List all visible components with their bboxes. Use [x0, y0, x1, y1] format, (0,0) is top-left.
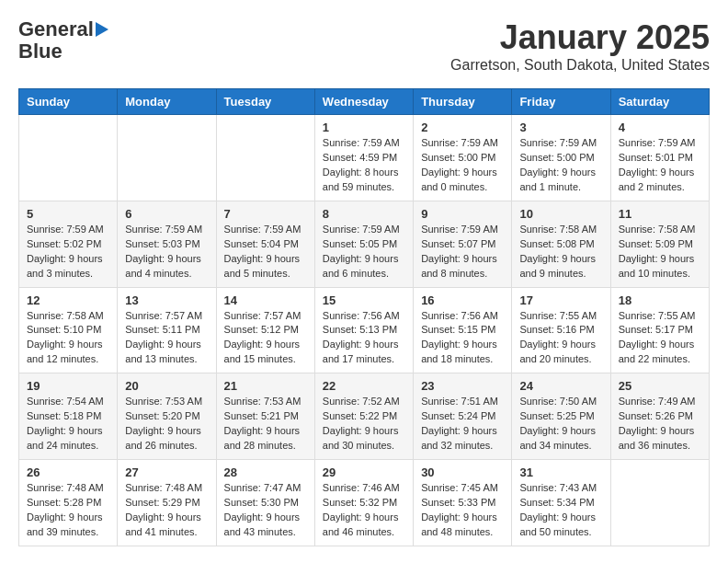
day-number: 8	[323, 207, 405, 221]
cell-content: Sunrise: 7:57 AMSunset: 5:12 PMDaylight:…	[224, 309, 307, 368]
logo-arrow-icon	[96, 22, 108, 37]
cell-content: Sunrise: 7:59 AMSunset: 5:01 PMDaylight:…	[619, 136, 701, 195]
week-row: 26Sunrise: 7:48 AMSunset: 5:28 PMDayligh…	[19, 460, 710, 546]
calendar-title: January 2025	[450, 18, 710, 57]
day-number: 6	[125, 207, 208, 221]
day-number: 15	[323, 293, 405, 307]
cell-content: Sunrise: 7:47 AMSunset: 5:30 PMDaylight:…	[224, 481, 307, 540]
week-row: 1Sunrise: 7:59 AMSunset: 4:59 PMDaylight…	[19, 115, 710, 201]
calendar-cell: 1Sunrise: 7:59 AMSunset: 4:59 PMDaylight…	[314, 115, 413, 201]
day-number: 27	[125, 465, 208, 479]
calendar-cell: 29Sunrise: 7:46 AMSunset: 5:32 PMDayligh…	[314, 460, 413, 546]
weekday-header: Friday	[512, 89, 610, 115]
calendar-cell: 8Sunrise: 7:59 AMSunset: 5:05 PMDaylight…	[314, 201, 413, 287]
calendar-cell: 19Sunrise: 7:54 AMSunset: 5:18 PMDayligh…	[19, 373, 118, 460]
day-number: 19	[27, 379, 109, 393]
calendar-cell: 18Sunrise: 7:55 AMSunset: 5:17 PMDayligh…	[610, 287, 709, 373]
calendar-cell: 20Sunrise: 7:53 AMSunset: 5:20 PMDayligh…	[118, 373, 216, 460]
logo: General Blue	[18, 18, 108, 63]
calendar-subtitle: Garretson, South Dakota, United States	[450, 57, 710, 74]
weekday-header: Sunday	[19, 89, 118, 115]
calendar-body: 1Sunrise: 7:59 AMSunset: 4:59 PMDaylight…	[19, 115, 710, 546]
day-number: 30	[421, 465, 504, 479]
calendar-header: SundayMondayTuesdayWednesdayThursdayFrid…	[19, 89, 710, 115]
day-number: 7	[224, 207, 307, 221]
day-number: 4	[619, 121, 701, 134]
day-number: 14	[224, 293, 307, 307]
cell-content: Sunrise: 7:48 AMSunset: 5:29 PMDaylight:…	[125, 481, 208, 540]
cell-content: Sunrise: 7:59 AMSunset: 5:03 PMDaylight:…	[125, 223, 208, 282]
calendar-table: SundayMondayTuesdayWednesdayThursdayFrid…	[18, 88, 710, 546]
title-block: January 2025 Garretson, South Dakota, Un…	[450, 18, 710, 74]
cell-content: Sunrise: 7:58 AMSunset: 5:10 PMDaylight:…	[27, 309, 109, 368]
cell-content: Sunrise: 7:55 AMSunset: 5:17 PMDaylight:…	[619, 309, 701, 368]
day-number: 13	[125, 293, 208, 307]
day-number: 22	[323, 379, 405, 393]
day-number: 2	[421, 121, 504, 134]
cell-content: Sunrise: 7:50 AMSunset: 5:25 PMDaylight:…	[519, 395, 602, 454]
day-number: 12	[27, 293, 109, 307]
weekday-header: Saturday	[610, 89, 709, 115]
day-number: 1	[323, 121, 405, 134]
cell-content: Sunrise: 7:59 AMSunset: 5:00 PMDaylight:…	[421, 136, 504, 195]
cell-content: Sunrise: 7:59 AMSunset: 4:59 PMDaylight:…	[323, 136, 405, 195]
logo-text-general: General	[18, 18, 94, 40]
calendar-cell: 26Sunrise: 7:48 AMSunset: 5:28 PMDayligh…	[19, 460, 118, 546]
weekday-header: Thursday	[414, 89, 512, 115]
calendar-cell: 22Sunrise: 7:52 AMSunset: 5:22 PMDayligh…	[314, 373, 413, 460]
calendar-cell: 12Sunrise: 7:58 AMSunset: 5:10 PMDayligh…	[19, 287, 118, 373]
cell-content: Sunrise: 7:59 AMSunset: 5:07 PMDaylight:…	[421, 223, 504, 282]
calendar-cell: 10Sunrise: 7:58 AMSunset: 5:08 PMDayligh…	[512, 201, 610, 287]
cell-content: Sunrise: 7:56 AMSunset: 5:13 PMDaylight:…	[323, 309, 405, 368]
cell-content: Sunrise: 7:53 AMSunset: 5:21 PMDaylight:…	[224, 395, 307, 454]
cell-content: Sunrise: 7:59 AMSunset: 5:05 PMDaylight:…	[323, 223, 405, 282]
calendar-cell: 21Sunrise: 7:53 AMSunset: 5:21 PMDayligh…	[216, 373, 314, 460]
calendar-cell	[216, 115, 314, 201]
calendar-cell: 2Sunrise: 7:59 AMSunset: 5:00 PMDaylight…	[414, 115, 512, 201]
cell-content: Sunrise: 7:48 AMSunset: 5:28 PMDaylight:…	[27, 481, 109, 540]
calendar-cell: 31Sunrise: 7:43 AMSunset: 5:34 PMDayligh…	[512, 460, 610, 546]
cell-content: Sunrise: 7:56 AMSunset: 5:15 PMDaylight:…	[421, 309, 504, 368]
weekday-header: Monday	[118, 89, 216, 115]
logo-text-blue: Blue	[18, 40, 63, 63]
week-row: 12Sunrise: 7:58 AMSunset: 5:10 PMDayligh…	[19, 287, 710, 373]
calendar-cell: 24Sunrise: 7:50 AMSunset: 5:25 PMDayligh…	[512, 373, 610, 460]
cell-content: Sunrise: 7:59 AMSunset: 5:02 PMDaylight:…	[27, 223, 109, 282]
cell-content: Sunrise: 7:59 AMSunset: 5:00 PMDaylight:…	[519, 136, 602, 195]
calendar-cell: 15Sunrise: 7:56 AMSunset: 5:13 PMDayligh…	[314, 287, 413, 373]
cell-content: Sunrise: 7:43 AMSunset: 5:34 PMDaylight:…	[519, 481, 602, 540]
calendar-cell: 3Sunrise: 7:59 AMSunset: 5:00 PMDaylight…	[512, 115, 610, 201]
cell-content: Sunrise: 7:49 AMSunset: 5:26 PMDaylight:…	[619, 395, 701, 454]
cell-content: Sunrise: 7:53 AMSunset: 5:20 PMDaylight:…	[125, 395, 208, 454]
calendar-cell: 14Sunrise: 7:57 AMSunset: 5:12 PMDayligh…	[216, 287, 314, 373]
cell-content: Sunrise: 7:52 AMSunset: 5:22 PMDaylight:…	[323, 395, 405, 454]
calendar-cell: 27Sunrise: 7:48 AMSunset: 5:29 PMDayligh…	[118, 460, 216, 546]
calendar-cell: 23Sunrise: 7:51 AMSunset: 5:24 PMDayligh…	[414, 373, 512, 460]
day-number: 29	[323, 465, 405, 479]
calendar-cell: 6Sunrise: 7:59 AMSunset: 5:03 PMDaylight…	[118, 201, 216, 287]
calendar-cell: 28Sunrise: 7:47 AMSunset: 5:30 PMDayligh…	[216, 460, 314, 546]
day-number: 18	[619, 293, 701, 307]
day-number: 3	[519, 121, 602, 134]
day-number: 24	[519, 379, 602, 393]
cell-content: Sunrise: 7:59 AMSunset: 5:04 PMDaylight:…	[224, 223, 307, 282]
day-number: 23	[421, 379, 504, 393]
week-row: 19Sunrise: 7:54 AMSunset: 5:18 PMDayligh…	[19, 373, 710, 460]
day-number: 9	[421, 207, 504, 221]
day-number: 11	[619, 207, 701, 221]
calendar-cell: 25Sunrise: 7:49 AMSunset: 5:26 PMDayligh…	[610, 373, 709, 460]
calendar-cell: 5Sunrise: 7:59 AMSunset: 5:02 PMDaylight…	[19, 201, 118, 287]
day-number: 20	[125, 379, 208, 393]
day-number: 21	[224, 379, 307, 393]
day-number: 25	[619, 379, 701, 393]
calendar-cell	[19, 115, 118, 201]
cell-content: Sunrise: 7:58 AMSunset: 5:09 PMDaylight:…	[619, 223, 701, 282]
day-number: 26	[27, 465, 109, 479]
cell-content: Sunrise: 7:46 AMSunset: 5:32 PMDaylight:…	[323, 481, 405, 540]
week-row: 5Sunrise: 7:59 AMSunset: 5:02 PMDaylight…	[19, 201, 710, 287]
day-number: 28	[224, 465, 307, 479]
weekday-row: SundayMondayTuesdayWednesdayThursdayFrid…	[19, 89, 710, 115]
cell-content: Sunrise: 7:57 AMSunset: 5:11 PMDaylight:…	[125, 309, 208, 368]
calendar-cell: 7Sunrise: 7:59 AMSunset: 5:04 PMDaylight…	[216, 201, 314, 287]
cell-content: Sunrise: 7:55 AMSunset: 5:16 PMDaylight:…	[519, 309, 602, 368]
